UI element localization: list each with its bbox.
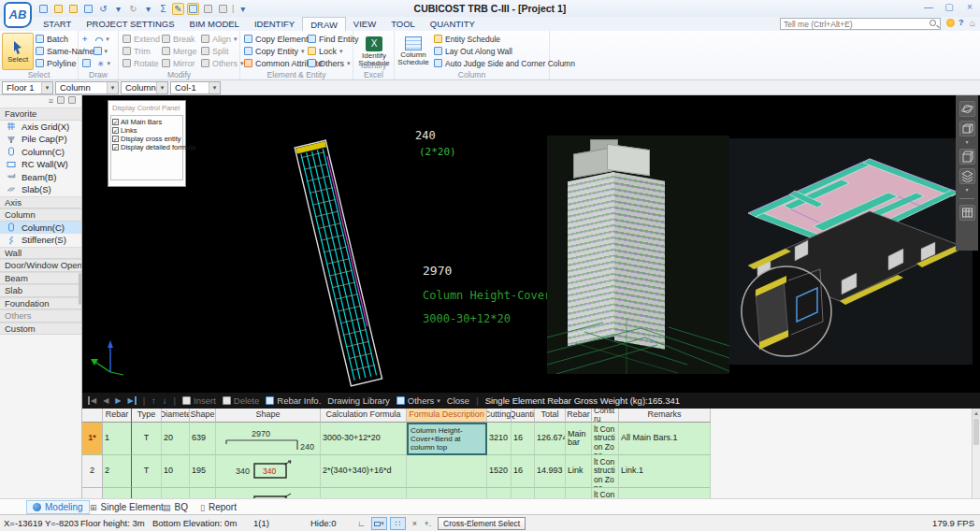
align-button[interactable]: Align▾ [201, 33, 244, 45]
add-file-icon[interactable] [52, 3, 65, 15]
sidebar-header-favorite[interactable]: Favorite [0, 108, 81, 121]
display-control-panel[interactable]: Display Control Panel ✓All Main Bars ✓Li… [108, 100, 186, 187]
tab-quantity[interactable]: QUANTITY [423, 17, 483, 31]
tab-modeling[interactable]: Modeling [26, 500, 90, 514]
restore-button[interactable]: ▢ [943, 2, 956, 14]
selection-box-icon[interactable]: ▾ [371, 517, 387, 530]
lightbulb-icon[interactable] [946, 19, 955, 27]
chevron-down-icon[interactable]: ▾ [107, 82, 118, 93]
sidebar-item-slab-fav[interactable]: Slab(S) [0, 183, 81, 196]
coordinate-input-icon[interactable]: +. [420, 517, 436, 530]
view-cube-icon[interactable] [959, 149, 975, 165]
auto-judge-button[interactable]: Auto Judge Side and Corner Column [434, 57, 575, 69]
cross-element-select-button[interactable]: Cross-Element Select [438, 517, 526, 530]
element-type-dropdown[interactable]: Column▾ [121, 81, 168, 94]
home-icon[interactable]: ⌂ [970, 18, 975, 28]
sidebar-header-beam[interactable]: Beam [0, 272, 81, 285]
sidebar-item-column-fav[interactable]: Column(C) [0, 146, 81, 159]
sidebar-header-foundation[interactable]: Foundation [0, 297, 81, 310]
table-scrollbar[interactable]: ▲ [972, 409, 980, 498]
column-schedule-button[interactable]: Column Schedule [396, 33, 430, 70]
sidebar-item-stiffener[interactable]: Stiffener(S) [0, 234, 81, 247]
sidebar-header-wall[interactable]: Wall [0, 247, 81, 260]
merge-button[interactable]: Merge [162, 45, 197, 57]
selected-cell[interactable]: Column Height-Cover+Bend at column top [407, 423, 487, 455]
tree-list-icon[interactable]: ≡ [49, 96, 53, 107]
sidebar-header-door-window[interactable]: Door/Window Opening [0, 259, 81, 272]
minimize-button[interactable]: — [922, 2, 935, 14]
entity-schedule-button[interactable]: Entity Schedule [434, 33, 575, 45]
table-view-icon[interactable] [217, 3, 229, 15]
option-display-cross-entity[interactable]: ✓Display cross entity [112, 135, 181, 143]
modify-others-button[interactable]: Others▾ [201, 57, 244, 69]
arc-icon[interactable] [95, 37, 103, 41]
lay-out-along-wall-button[interactable]: Lay Out Along Wall [434, 45, 575, 57]
columns-view-icon[interactable] [202, 3, 214, 15]
shape-diagram[interactable]: 340340 [216, 455, 321, 488]
save-icon[interactable] [82, 3, 94, 15]
close-table-button[interactable]: Close [447, 395, 469, 406]
tab-bq[interactable]: ▤BQ [157, 500, 194, 514]
last-record-icon[interactable]: ▶ [127, 396, 136, 405]
lock-button[interactable]: Lock▾ [308, 45, 359, 57]
tree-expand-icon[interactable] [57, 96, 65, 107]
tab-start[interactable]: START [36, 17, 79, 31]
option-all-main-bars[interactable]: ✓All Main Bars [112, 118, 181, 126]
qat-more-icon[interactable]: ▾ [237, 3, 249, 15]
chevron-down-icon[interactable]: ▾ [156, 82, 167, 93]
delete-button[interactable]: Delete [223, 395, 259, 406]
sidebar-header-others[interactable]: Others [0, 309, 81, 323]
drawing-library-button[interactable]: Drawing Library [327, 395, 390, 406]
orbit-icon[interactable] [959, 101, 975, 117]
next-record-icon[interactable]: ▶ [115, 396, 121, 405]
line-icon[interactable]: / [82, 47, 85, 56]
schedule-table-icon[interactable] [959, 205, 975, 221]
drawing-canvas[interactable]: 240 (2*20) 2970 Column Height-Cover+Bend… [82, 95, 980, 393]
first-record-icon[interactable]: ◀ [88, 396, 96, 405]
move-down-icon[interactable]: ↓ [163, 395, 167, 406]
insert-button[interactable]: Insert [182, 395, 216, 406]
parallel-icon[interactable] [94, 47, 102, 55]
open-icon[interactable] [67, 3, 79, 15]
tab-view[interactable]: VIEW [346, 17, 383, 31]
previous-record-icon[interactable]: ◀ [103, 396, 108, 405]
chevron-down-icon[interactable]: ▾ [965, 188, 968, 193]
select-button[interactable]: Select [2, 33, 34, 70]
table-others-button[interactable]: Others▾ [396, 395, 440, 406]
rotate-button[interactable]: Rotate [122, 57, 160, 69]
sidebar-header-custom[interactable]: Custom [0, 323, 81, 336]
checkbox-checked-icon[interactable]: ✓ [112, 144, 119, 151]
option-links[interactable]: ✓Links [112, 126, 181, 135]
scroll-up-icon[interactable]: ▲ [973, 409, 980, 418]
trim-button[interactable]: Trim [122, 45, 160, 57]
close-button[interactable]: × [963, 2, 976, 14]
view-grid-icon[interactable] [187, 3, 199, 15]
chevron-down-icon[interactable]: ▾ [209, 82, 220, 93]
undo-dropdown-icon[interactable]: ▾ [112, 3, 124, 15]
move-up-icon[interactable]: ↑ [151, 395, 156, 406]
tab-identify[interactable]: IDENTIFY [247, 17, 302, 31]
new-project-icon[interactable] [37, 3, 50, 15]
rebar-info-button[interactable]: Rebar Info. [266, 395, 321, 406]
sidebar-item-beam-fav[interactable]: Beam(B) [0, 171, 81, 184]
tab-draw[interactable]: DRAW [302, 17, 346, 31]
chevron-down-icon[interactable]: ▾ [965, 140, 968, 145]
zoom-extents-icon[interactable] [959, 121, 975, 136]
tab-tool[interactable]: TOOL [383, 17, 423, 31]
chevron-down-icon[interactable]: ▾ [41, 82, 52, 93]
mirror-button[interactable]: Mirror [162, 57, 197, 69]
floor-dropdown[interactable]: Floor 1▾ [2, 81, 53, 94]
point-icon[interactable]: + [82, 35, 87, 44]
sum-icon[interactable]: Σ [157, 3, 169, 15]
tree-collapse-icon[interactable] [68, 96, 76, 107]
tab-report[interactable]: ▯Report [195, 500, 242, 514]
table-row[interactable]: 1* 1 T 20 639 2970240 3000-30+12*20 Colu… [82, 423, 711, 455]
redo-icon[interactable]: ↻ [127, 3, 139, 15]
sidebar-item-rc-wall[interactable]: RC Wall(W) [0, 158, 81, 171]
tab-project-settings[interactable]: PROJECT SETTINGS [79, 17, 181, 31]
tell-me-search-input[interactable] [780, 18, 941, 30]
checkbox-checked-icon[interactable]: ✓ [112, 127, 119, 134]
ortho-icon[interactable]: ∟ [353, 517, 369, 530]
tab-bim-model[interactable]: BIM MODEL [182, 17, 247, 31]
sidebar-item-column[interactable]: Column(C) [0, 222, 81, 235]
